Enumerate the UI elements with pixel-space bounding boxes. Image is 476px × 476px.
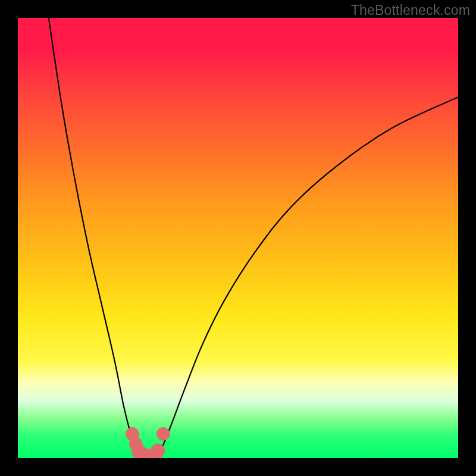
optimum-markers: [126, 427, 170, 458]
curves-svg: [18, 18, 458, 458]
chart-frame: TheBottleneck.com: [0, 0, 476, 476]
left-curve: [49, 18, 141, 458]
optimum-marker: [156, 427, 170, 440]
right-curve: [156, 97, 458, 458]
plot-area: [18, 18, 458, 458]
optimum-marker: [151, 444, 165, 458]
watermark-text: TheBottleneck.com: [351, 2, 470, 18]
